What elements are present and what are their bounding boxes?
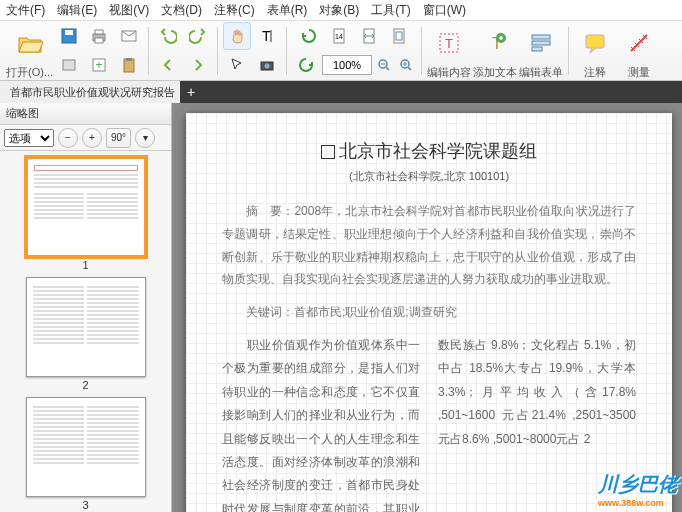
thumb-options-select[interactable]: 选项: [4, 129, 54, 147]
menu-view[interactable]: 视图(V): [109, 2, 149, 19]
annotate-button[interactable]: [574, 22, 616, 64]
svg-rect-3: [95, 30, 103, 34]
zoom-in-button[interactable]: [396, 55, 416, 75]
thumbnail-page-1[interactable]: 1: [26, 157, 146, 271]
prev-view-button[interactable]: [154, 51, 182, 79]
svg-rect-1: [65, 30, 73, 35]
hand-tool-button[interactable]: [223, 22, 251, 50]
add-text-button[interactable]: T: [474, 22, 516, 64]
menu-edit[interactable]: 编辑(E): [57, 2, 97, 19]
edit-content-button[interactable]: T: [428, 22, 470, 64]
select-tool-button[interactable]: [223, 51, 251, 79]
thumbnails-title: 缩略图: [0, 103, 171, 125]
print-button[interactable]: [85, 22, 113, 50]
svg-text:+: +: [96, 58, 103, 72]
fit-page-button[interactable]: 14: [325, 22, 353, 50]
edit-form-button[interactable]: [520, 22, 562, 64]
edit-content-label: 编辑内容: [427, 65, 471, 80]
menu-file[interactable]: 文件(F): [6, 2, 45, 19]
undo-button[interactable]: [154, 22, 182, 50]
thumb-number: 1: [82, 259, 88, 271]
thumbnails-list[interactable]: 1 2 3: [0, 151, 171, 512]
edit-form-label: 编辑表单: [519, 65, 563, 80]
toolbar: 打开(O)... + T: [0, 21, 682, 81]
next-view-button[interactable]: [184, 51, 212, 79]
scan-button[interactable]: [55, 51, 83, 79]
snapshot-button[interactable]: [253, 51, 281, 79]
thumbnails-panel: 缩略图 选项 − + 90° ▾ 1 2 3: [0, 103, 172, 512]
new-tab-icon[interactable]: +: [180, 81, 202, 103]
svg-rect-28: [586, 35, 604, 48]
svg-text:T: T: [445, 36, 453, 51]
svg-rect-10: [126, 58, 132, 61]
svg-point-13: [265, 64, 270, 69]
document-page: 北京市社会科学院课题组 (北京市社会科学院,北京 100101) 摘 要：200…: [186, 113, 672, 512]
svg-rect-27: [532, 47, 542, 51]
document-viewport[interactable]: 北京市社会科学院课题组 (北京市社会科学院,北京 100101) 摘 要：200…: [172, 103, 682, 512]
thumbnails-toolbar: 选项 − + 90° ▾: [0, 125, 171, 151]
measure-label: 测量: [628, 65, 650, 80]
text-select-button[interactable]: T: [253, 22, 281, 50]
email-button[interactable]: [115, 22, 143, 50]
actual-size-button[interactable]: [385, 22, 413, 50]
zoom-input[interactable]: [322, 55, 372, 75]
menu-note[interactable]: 注释(C): [214, 2, 255, 19]
rotate-left-button[interactable]: [295, 22, 323, 50]
svg-text:14: 14: [335, 33, 343, 40]
doc-title: 北京市社会科学院课题组: [222, 139, 636, 163]
doc-keywords: 关键词：首都市民;职业价值观;调查研究: [222, 301, 636, 324]
svg-rect-25: [532, 35, 550, 39]
thumbnail-page-2[interactable]: 2: [26, 277, 146, 391]
svg-rect-6: [63, 60, 75, 70]
save-button[interactable]: [55, 22, 83, 50]
thumb-rotate-button[interactable]: 90°: [106, 128, 131, 148]
doc-column-left: 职业价值观作为价值观体系中一个极为重要的组成部分，是指人们对待职业的一种信念和态…: [222, 334, 420, 512]
new-tab-button[interactable]: +: [85, 51, 113, 79]
thumb-more-button[interactable]: ▾: [135, 128, 155, 148]
doc-abstract: 摘 要：2008年，北京市社会科学院对首都市民职业价值取向状况进行了专题调研，结…: [222, 200, 636, 291]
rotate-right-button[interactable]: [292, 51, 320, 79]
zoom-out-button[interactable]: [374, 55, 394, 75]
svg-rect-4: [95, 38, 103, 43]
thumb-zoom-out-button[interactable]: −: [58, 128, 78, 148]
open-button[interactable]: [9, 22, 51, 64]
menu-bar: 文件(F) 编辑(E) 视图(V) 文档(D) 注释(C) 表单(R) 对象(B…: [0, 0, 682, 21]
thumb-number: 3: [82, 499, 88, 511]
thumb-zoom-in-button[interactable]: +: [82, 128, 102, 148]
doc-subtitle: (北京市社会科学院,北京 100101): [222, 169, 636, 184]
svg-text:T: T: [262, 28, 271, 44]
svg-rect-26: [532, 41, 550, 45]
fit-width-button[interactable]: [355, 22, 383, 50]
clipboard-button[interactable]: [115, 51, 143, 79]
thumb-number: 2: [82, 379, 88, 391]
measure-button[interactable]: [618, 22, 660, 64]
menu-table[interactable]: 表单(R): [267, 2, 308, 19]
add-text-label: 添加文本: [473, 65, 517, 80]
document-tab[interactable]: 首都市民职业价值观状况研究报告: [0, 81, 180, 103]
annotate-label: 注释: [584, 65, 606, 80]
menu-win[interactable]: 窗口(W): [423, 2, 466, 19]
menu-obj[interactable]: 对象(B): [319, 2, 359, 19]
open-label: 打开(O)...: [6, 65, 53, 80]
redo-button[interactable]: [184, 22, 212, 50]
menu-tool[interactable]: 工具(T): [371, 2, 410, 19]
watermark: 川乡巴佬 www.386w.com: [598, 471, 678, 508]
checkbox-icon: [321, 145, 335, 159]
tab-strip: 首都市民职业价值观状况研究报告 +: [0, 81, 682, 103]
thumbnail-page-3[interactable]: 3: [26, 397, 146, 511]
menu-doc[interactable]: 文档(D): [161, 2, 202, 19]
